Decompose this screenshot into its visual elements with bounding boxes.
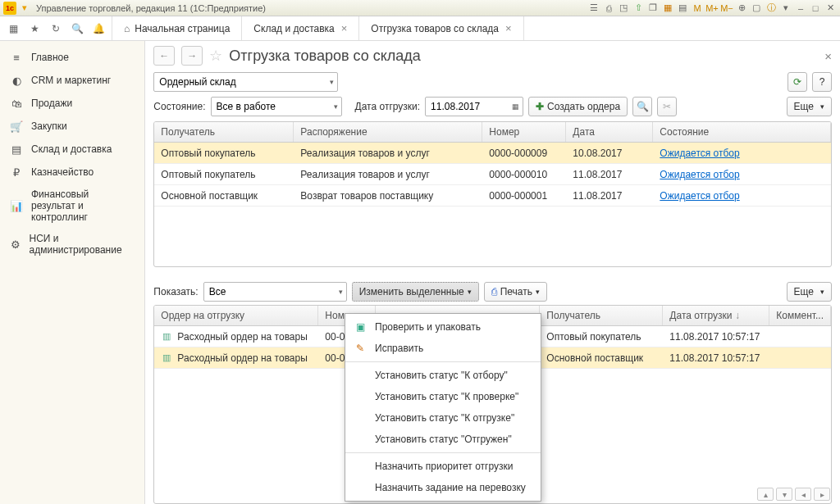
- history-icon[interactable]: ↻: [48, 20, 64, 37]
- tb-drop-icon[interactable]: ▾: [779, 2, 792, 15]
- scroll-up-button[interactable]: ▴: [757, 488, 774, 501]
- table-row[interactable]: Оптовый покупательРеализация товаров и у…: [154, 143, 831, 164]
- chevron-down-icon: ▾: [820, 288, 824, 296]
- menu-item[interactable]: Назначить приоритет отгрузки: [345, 456, 541, 477]
- apps-icon[interactable]: ▦: [5, 20, 21, 37]
- tab-close-icon[interactable]: ×: [341, 22, 348, 34]
- dropdown-icon[interactable]: ▾: [18, 2, 31, 15]
- nav-back-button[interactable]: ←: [153, 46, 175, 66]
- state-link[interactable]: Ожидается отбор: [660, 148, 739, 159]
- bell-icon[interactable]: 🔔: [90, 20, 107, 37]
- chevron-down-icon: ▾: [536, 288, 540, 296]
- create-orders-button[interactable]: ✚ Создать ордера: [528, 97, 628, 116]
- tab-warehouse[interactable]: Склад и доставка ×: [242, 16, 359, 40]
- sidebar-item-main[interactable]: ≡Главное: [0, 46, 144, 69]
- warehouse-select[interactable]: Ордерный склад▾: [153, 72, 338, 92]
- refresh-button[interactable]: ⟳: [788, 72, 807, 92]
- sidebar-item-crm[interactable]: ◐CRM и маркетинг: [0, 69, 144, 92]
- menu-item[interactable]: Установить статус "Отгружен": [345, 429, 541, 450]
- col-shiporder[interactable]: Ордер на отгрузку: [154, 306, 318, 325]
- tb-up-icon[interactable]: ⇧: [632, 2, 645, 15]
- nav-fwd-button[interactable]: →: [181, 46, 203, 66]
- scroll-left-button[interactable]: ◂: [795, 488, 811, 501]
- tb-print-icon[interactable]: ⎙: [602, 2, 615, 15]
- menu-item[interactable]: Установить статус "К отбору": [345, 365, 541, 386]
- filter-button[interactable]: ✂: [657, 97, 677, 116]
- state-link[interactable]: Ожидается отбор: [660, 190, 739, 202]
- more-button[interactable]: Еще▾: [787, 97, 832, 116]
- help-button[interactable]: ?: [812, 72, 832, 92]
- col-comment[interactable]: Коммент...: [769, 306, 831, 325]
- show-select[interactable]: Все▾: [203, 282, 347, 302]
- table-row[interactable]: Основной поставщикВозврат товаров постав…: [154, 185, 831, 207]
- menu-item[interactable]: ▣Проверить и упаковать: [345, 316, 541, 338]
- tb-cal-icon[interactable]: ▤: [676, 2, 689, 15]
- col-number[interactable]: Номер: [482, 122, 566, 142]
- cell-receiver: Оптовый покупатель: [154, 148, 294, 159]
- close-icon[interactable]: ✕: [824, 2, 837, 15]
- tb-mplus-icon[interactable]: M+: [705, 2, 719, 15]
- cell-receiver: Основной поставщик: [540, 352, 663, 364]
- print-button[interactable]: ⎙ Печать ▾: [484, 282, 547, 302]
- col-shipdate[interactable]: Дата отгрузки ↓: [663, 306, 769, 325]
- tb-copy-icon[interactable]: ❐: [646, 2, 660, 15]
- date-input[interactable]: 11.08.2017 ▦: [425, 97, 523, 116]
- tb-doc-icon[interactable]: ◳: [617, 2, 630, 15]
- favorite-star-icon[interactable]: ☆: [209, 47, 222, 65]
- state-select[interactable]: Все в работе▾: [211, 97, 342, 116]
- maximize-icon[interactable]: □: [809, 2, 822, 15]
- page-close-icon[interactable]: ×: [824, 49, 832, 63]
- tb-grid-icon[interactable]: ▦: [661, 2, 674, 15]
- date-label: Дата отгрузки:: [355, 101, 421, 112]
- cell-order: ▥Расходный ордер на товары: [154, 331, 318, 343]
- sidebar-item-treasury[interactable]: ₽Казначейство: [0, 161, 144, 184]
- col-receiver[interactable]: Получатель: [154, 122, 294, 142]
- menu-item[interactable]: Установить статус "К проверке": [345, 386, 541, 407]
- menu-item[interactable]: Установить статус "К отгрузке": [345, 407, 541, 429]
- change-selected-menu: ▣Проверить и упаковать✎ИсправитьУстанови…: [345, 313, 541, 502]
- cell-number: 0000-000009: [482, 148, 566, 159]
- sidebar-item-purchases[interactable]: 🛒Закупки: [0, 115, 144, 138]
- plus-icon: ✚: [536, 101, 544, 112]
- sidebar-item-nsi[interactable]: ⚙НСИ и администрирование: [0, 228, 144, 261]
- tb-zoom-icon[interactable]: ⊕: [735, 2, 748, 15]
- boxes-icon: ▤: [10, 143, 23, 156]
- cell-state: Ожидается отбор: [653, 190, 831, 202]
- change-selected-button[interactable]: Изменить выделенные ▾: [352, 282, 479, 302]
- scroll-controls: ▴ ▾ ◂ ▸: [757, 488, 830, 501]
- star-icon[interactable]: ★: [26, 20, 43, 37]
- sidebar-label: Главное: [31, 52, 69, 63]
- tab-shipment[interactable]: Отгрузка товаров со склада ×: [359, 16, 523, 40]
- search-button[interactable]: 🔍: [632, 97, 652, 116]
- minimize-icon[interactable]: –: [794, 2, 807, 15]
- scroll-right-button[interactable]: ▸: [814, 488, 830, 501]
- sidebar-item-finance[interactable]: 📊Финансовый результат и контроллинг: [0, 184, 144, 228]
- menu-item[interactable]: Назначить задание на перевозку: [345, 477, 541, 498]
- home-icon: ⌂: [124, 23, 130, 34]
- col-receiver2[interactable]: Получатель: [540, 306, 663, 325]
- col-state[interactable]: Состояние: [653, 122, 831, 142]
- col-date[interactable]: Дата: [566, 122, 653, 142]
- tb-m-icon[interactable]: M: [691, 2, 704, 15]
- pie-icon: ◐: [10, 74, 23, 87]
- scroll-down-button[interactable]: ▾: [776, 488, 792, 501]
- menu-item[interactable]: ✎Исправить: [345, 338, 541, 359]
- tb-box-icon[interactable]: ▢: [750, 2, 763, 15]
- sidebar-item-sales[interactable]: 🛍Продажи: [0, 92, 144, 115]
- more-button-2[interactable]: Еще▾: [787, 282, 832, 302]
- col-disposition[interactable]: Распоряжение: [294, 122, 482, 142]
- change-label: Изменить выделенные: [359, 286, 464, 297]
- menu-separator: [345, 452, 541, 453]
- tab-home[interactable]: ⌂ Начальная страница: [112, 16, 242, 40]
- table-row[interactable]: Оптовый покупательРеализация товаров и у…: [154, 164, 831, 185]
- state-link[interactable]: Ожидается отбор: [660, 169, 739, 180]
- tb-fav-icon[interactable]: ☰: [587, 2, 600, 15]
- cell-shipdate: 11.08.2017 10:57:17: [663, 352, 769, 364]
- tab-close-icon[interactable]: ×: [505, 22, 512, 34]
- tb-mminus-icon[interactable]: M−: [720, 2, 733, 15]
- sidebar-item-warehouse[interactable]: ▤Склад и доставка: [0, 138, 144, 161]
- help-icon: ?: [819, 76, 825, 88]
- search-icon[interactable]: 🔍: [69, 20, 85, 37]
- tb-info-icon[interactable]: ⓘ: [765, 2, 778, 15]
- title-text: Управление торговлей, редакция 11 (1С:Пр…: [36, 3, 266, 13]
